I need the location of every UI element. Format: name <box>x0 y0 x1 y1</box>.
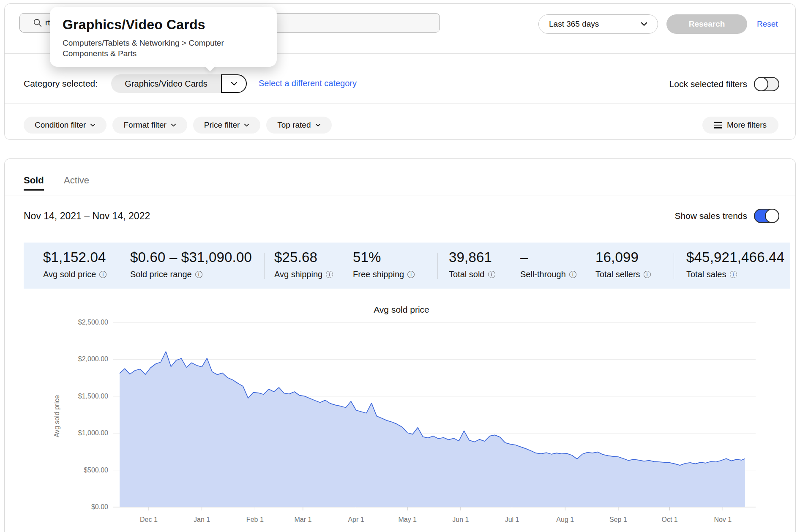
y-tick-label: $0.00 <box>91 503 108 510</box>
stat-avg-shipping: $25.68 Avg shippingi <box>274 249 333 279</box>
x-tick-label: Jan 1 <box>194 516 210 523</box>
lock-filters-toggle[interactable] <box>754 77 779 91</box>
stat-value: 51% <box>353 249 415 265</box>
lock-filters-group: Lock selected filters <box>669 75 779 93</box>
tab-active[interactable]: Active <box>64 175 89 186</box>
x-tick-label: May 1 <box>398 516 417 523</box>
price-filter-button[interactable]: Price filter <box>193 117 260 134</box>
more-filters-label: More filters <box>727 120 767 130</box>
info-icon[interactable]: i <box>99 271 106 278</box>
stat-label: Free shipping <box>353 270 404 279</box>
info-icon[interactable]: i <box>730 271 737 278</box>
x-tick-label: Jul 1 <box>505 516 519 523</box>
stat-value: $0.60 – $31,090.00 <box>130 249 252 265</box>
y-tick-label: $1,000.00 <box>78 429 108 437</box>
stat-value: 16,099 <box>595 249 651 265</box>
top-rated-filter-button[interactable]: Top rated <box>266 117 331 134</box>
info-icon[interactable]: i <box>407 271 415 278</box>
condition-filter-button[interactable]: Condition filter <box>24 117 106 134</box>
y-tick-label: $2,000.00 <box>78 355 108 363</box>
stats-divider <box>674 253 674 279</box>
condition-filter-label: Condition filter <box>35 120 86 130</box>
x-tick-label: Feb 1 <box>246 516 264 523</box>
x-tick-label: Nov 1 <box>714 516 732 523</box>
stats-divider <box>264 253 265 279</box>
stat-value: – <box>520 249 576 265</box>
more-filters-button[interactable]: More filters <box>702 117 778 134</box>
format-filter-button[interactable]: Format filter <box>112 117 187 134</box>
info-icon[interactable]: i <box>644 271 651 278</box>
stat-label: Sell-through <box>520 270 566 279</box>
stat-total-sellers: 16,099 Total sellersi <box>595 249 651 279</box>
stat-sold-price-range: $0.60 – $31,090.00 Sold price rangei <box>130 249 252 279</box>
x-tick-label: Aug 1 <box>556 516 574 523</box>
chart-title: Avg sold price <box>374 305 429 314</box>
date-range-dropdown[interactable]: Last 365 days <box>538 14 658 34</box>
toggle-knob <box>765 209 779 223</box>
show-sales-trends-label: Show sales trends <box>674 211 747 221</box>
select-different-category-link[interactable]: Select a different category <box>259 79 357 88</box>
show-sales-trends-toggle[interactable] <box>754 209 779 223</box>
selected-category-value: Graphics/Video Cards <box>111 74 221 93</box>
stat-sell-through: – Sell-throughi <box>520 249 576 279</box>
series-area <box>120 352 745 507</box>
filter-lines-icon <box>714 122 722 128</box>
top-rated-filter-label: Top rated <box>277 120 311 130</box>
reset-link[interactable]: Reset <box>757 19 778 30</box>
stat-label: Total sold <box>449 270 485 279</box>
sales-trends-group: Show sales trends <box>674 207 779 224</box>
x-tick-label: Oct 1 <box>661 516 677 523</box>
stat-value: $45,921,466.44 <box>686 249 784 265</box>
tab-sold[interactable]: Sold <box>24 175 44 186</box>
y-tick-label: $500.00 <box>84 467 108 474</box>
divider <box>5 196 795 196</box>
avg-sold-price-chart: $0.00$500.00$1,000.00$1,500.00$2,000.00$… <box>0 292 800 532</box>
stat-total-sold: 39,861 Total soldi <box>449 249 495 279</box>
x-tick-label: Jun 1 <box>452 516 469 523</box>
format-filter-label: Format filter <box>123 120 166 130</box>
stat-label: Avg shipping <box>274 270 322 279</box>
stat-label: Total sales <box>686 270 726 279</box>
selected-category-pill[interactable]: Graphics/Video Cards <box>111 74 247 93</box>
chevron-down-icon <box>641 22 647 26</box>
category-selected-label: Category selected: <box>24 79 98 89</box>
tooltip-breadcrumb-line2: Components & Parts <box>63 49 264 59</box>
chevron-down-icon <box>231 82 238 86</box>
chevron-down-icon <box>244 123 249 127</box>
x-tick-label: Dec 1 <box>140 516 158 523</box>
lock-filters-label: Lock selected filters <box>669 79 747 89</box>
stat-value: $25.68 <box>274 249 333 265</box>
toggle-knob <box>754 77 768 91</box>
divider <box>5 104 795 104</box>
tab-sold-underline <box>24 189 44 191</box>
tooltip-title: Graphics/Video Cards <box>63 17 264 33</box>
chevron-down-icon <box>90 123 96 127</box>
filter-bar: Condition filter Format filter Price fil… <box>24 117 332 134</box>
y-tick-label: $2,500.00 <box>78 319 108 326</box>
info-icon[interactable]: i <box>569 271 576 278</box>
stat-label: Total sellers <box>595 270 640 279</box>
x-tick-label: Mar 1 <box>294 516 311 523</box>
x-tick-label: Sep 1 <box>609 516 627 523</box>
stat-value: $1,152.04 <box>43 249 106 265</box>
stat-total-sales: $45,921,466.44 Total salesi <box>686 249 784 279</box>
category-dropdown-button[interactable] <box>221 74 247 93</box>
chevron-down-icon <box>315 123 321 127</box>
y-axis-title: Avg sold price <box>53 395 60 437</box>
category-tooltip: Graphics/Video Cards Computers/Tablets &… <box>50 7 277 67</box>
stat-label: Sold price range <box>130 270 192 279</box>
date-range-dropdown-label: Last 365 days <box>549 19 599 29</box>
x-tick-label: Apr 1 <box>348 516 364 523</box>
info-icon[interactable]: i <box>326 271 333 278</box>
search-icon <box>33 18 42 27</box>
stats-bar: $1,152.04 Avg sold pricei $0.60 – $31,09… <box>24 243 790 289</box>
research-button[interactable]: Research <box>666 14 747 34</box>
stat-label: Avg sold price <box>43 270 96 279</box>
y-tick-label: $1,500.00 <box>78 393 108 400</box>
chevron-down-icon <box>171 123 176 127</box>
info-icon[interactable]: i <box>488 271 495 278</box>
tooltip-breadcrumb-line1: Computers/Tablets & Networking > Compute… <box>63 38 264 49</box>
results-date-range: Nov 14, 2021 – Nov 14, 2022 <box>24 210 150 222</box>
info-icon[interactable]: i <box>195 271 202 278</box>
stat-free-shipping: 51% Free shippingi <box>353 249 415 279</box>
